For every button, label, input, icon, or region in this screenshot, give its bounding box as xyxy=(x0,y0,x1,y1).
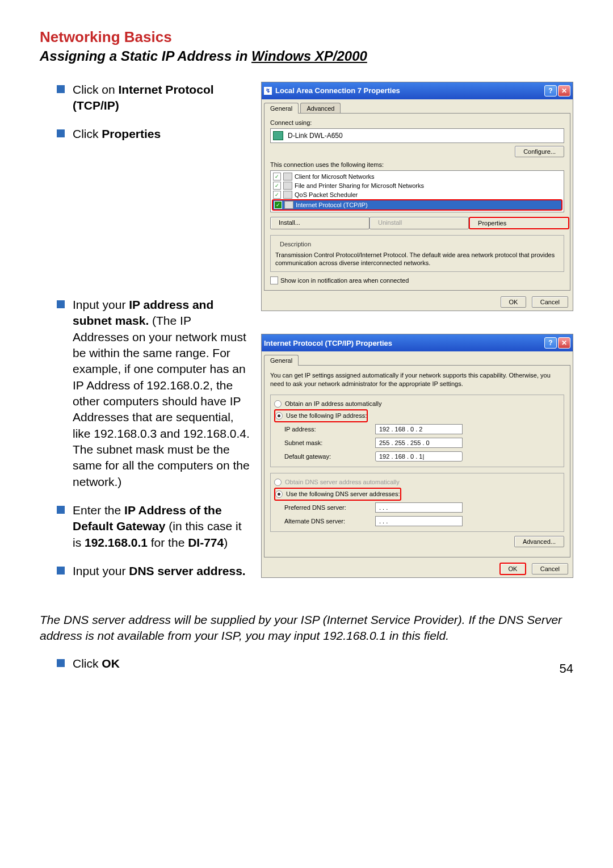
bullet-text: Input your IP address and subnet mask. (… xyxy=(73,297,250,490)
alternate-dns-row: Alternate DNS server: . . . xyxy=(274,514,560,528)
network-icon: ↯ xyxy=(264,87,272,95)
radio-icon[interactable] xyxy=(275,490,283,498)
subnet-mask-row: Subnet mask:255 . 255 . 255 . 0 xyxy=(274,436,560,450)
cancel-button[interactable]: Cancel xyxy=(532,563,568,575)
tab-advanced[interactable]: Advanced xyxy=(300,103,341,114)
bullet-text: Input your DNS server address. xyxy=(73,563,246,579)
cancel-button[interactable]: Cancel xyxy=(532,296,568,308)
alternate-dns-input[interactable]: . . . xyxy=(375,516,463,526)
help-button[interactable]: ? xyxy=(544,85,557,97)
radio-obtain-ip[interactable]: Obtain an IP address automatically xyxy=(274,399,560,409)
dialog-buttons: OK Cancel xyxy=(262,560,573,577)
page-subtitle: Assigning a Static IP Address in Windows… xyxy=(40,48,573,65)
uninstall-button: Uninstall xyxy=(370,217,469,229)
page-number: 54 xyxy=(560,661,573,676)
tab-general[interactable]: General xyxy=(264,103,299,114)
main-layout: Click on Internet Protocol (TCP/IP) Clic… xyxy=(40,82,573,601)
advanced-button[interactable]: Advanced... xyxy=(514,536,564,547)
subnet-mask-input[interactable]: 255 . 255 . 255 . 0 xyxy=(375,438,463,448)
tab-panel: Connect using: D-Link DWL-A650 Configure… xyxy=(264,113,570,291)
nic-icon xyxy=(273,131,283,140)
radio-obtain-dns: Obtain DNS server address automatically xyxy=(274,477,560,488)
tab-general[interactable]: General xyxy=(264,355,299,366)
gateway-input[interactable]: 192 . 168 . 0 . 1| xyxy=(375,451,463,462)
radio-use-dns[interactable]: Use the following DNS server addresses: xyxy=(274,488,401,501)
description-legend: Description xyxy=(278,241,313,248)
properties-button[interactable]: Properties xyxy=(469,217,569,229)
ok-button[interactable]: OK xyxy=(499,563,527,575)
bullet-item: Input your IP address and subnet mask. (… xyxy=(57,297,250,490)
connection-properties-dialog: ↯ Local Area Connection 7 Properties ? ✕… xyxy=(261,82,573,312)
service-icon xyxy=(283,182,292,190)
ok-button[interactable]: OK xyxy=(501,296,527,308)
titlebar[interactable]: ↯ Local Area Connection 7 Properties ? ✕ xyxy=(262,82,573,99)
show-icon-row[interactable]: Show icon in notification area when conn… xyxy=(270,276,564,284)
intro-text: You can get IP settings assigned automat… xyxy=(270,371,564,388)
items-list[interactable]: ✓Client for Microsoft Networks ✓File and… xyxy=(270,170,564,212)
dialog-title: Internet Protocol (TCP/IP) Properties xyxy=(264,339,543,347)
gateway-row: Default gateway:192 . 168 . 0 . 1| xyxy=(274,450,560,463)
radio-icon xyxy=(274,479,282,486)
dialog-buttons: OK Cancel xyxy=(262,293,573,311)
adapter-box: D-Link DWL-A650 xyxy=(270,128,564,143)
left-column: Click on Internet Protocol (TCP/IP) Clic… xyxy=(40,82,250,601)
list-item[interactable]: ✓File and Printer Sharing for Microsoft … xyxy=(272,181,562,190)
right-column: ↯ Local Area Connection 7 Properties ? ✕… xyxy=(261,82,573,601)
radio-use-ip[interactable]: Use the following IP address: xyxy=(274,409,368,422)
checkbox-icon[interactable]: ✓ xyxy=(273,173,281,181)
items-label: This connection uses the following items… xyxy=(270,161,564,168)
tcpip-properties-dialog: Internet Protocol (TCP/IP) Properties ? … xyxy=(261,334,573,578)
tab-strip: General xyxy=(262,351,573,366)
list-item-tcpip[interactable]: ✓Internet Protocol (TCP/IP) xyxy=(272,199,562,211)
help-button[interactable]: ? xyxy=(544,337,557,349)
bullet-item: Click on Internet Protocol (TCP/IP) xyxy=(57,82,250,114)
description-group: Description Transmission Control Protoco… xyxy=(270,235,564,272)
bullet-text: Click on Internet Protocol (TCP/IP) xyxy=(73,82,250,114)
list-item[interactable]: ✓Client for Microsoft Networks xyxy=(272,172,562,181)
ip-address-row: IP address:192 . 168 . 0 . 2 xyxy=(274,422,560,436)
dialog-title: Local Area Connection 7 Properties xyxy=(275,86,543,95)
footer-note: The DNS server address will be supplied … xyxy=(40,612,573,644)
configure-button[interactable]: Configure... xyxy=(515,146,564,157)
bullet-item: Enter the IP Address of the Default Gate… xyxy=(57,502,250,551)
bullet-icon xyxy=(57,300,65,308)
preferred-dns-input[interactable]: . . . xyxy=(375,502,463,513)
bullet-icon xyxy=(57,506,65,514)
page-title: Networking Basics xyxy=(40,28,573,46)
button-row: Install... Uninstall Properties xyxy=(270,217,564,229)
bullet-item: Click OK xyxy=(57,656,560,672)
dns-group: Obtain DNS server address automatically … xyxy=(270,473,564,532)
ip-group: Obtain an IP address automatically Use t… xyxy=(270,395,564,467)
bullet-icon xyxy=(57,129,65,137)
checkbox-icon[interactable] xyxy=(270,276,278,284)
protocol-icon xyxy=(284,201,293,209)
checkbox-icon[interactable]: ✓ xyxy=(274,201,282,209)
bullet-icon xyxy=(57,567,65,575)
service-icon xyxy=(283,191,292,199)
radio-icon[interactable] xyxy=(275,412,283,420)
tab-strip: General Advanced xyxy=(262,99,573,114)
connect-using-label: Connect using: xyxy=(270,119,564,126)
tab-panel: You can get IP settings assigned automat… xyxy=(264,365,570,557)
checkbox-icon[interactable]: ✓ xyxy=(273,182,281,190)
titlebar[interactable]: Internet Protocol (TCP/IP) Properties ? … xyxy=(262,334,573,351)
adapter-name: D-Link DWL-A650 xyxy=(288,132,343,140)
radio-icon[interactable] xyxy=(274,400,282,408)
bullet-text: Click Properties xyxy=(73,126,161,142)
preferred-dns-row: Preferred DNS server: . . . xyxy=(274,501,560,514)
close-button[interactable]: ✕ xyxy=(558,85,570,97)
bullet-item: Click Properties xyxy=(57,126,250,142)
ip-address-input[interactable]: 192 . 168 . 0 . 2 xyxy=(375,424,463,434)
client-icon xyxy=(283,173,292,181)
bullet-text: Click OK xyxy=(73,656,120,672)
bullet-icon xyxy=(57,85,65,93)
description-text: Transmission Control Protocol/Internet P… xyxy=(275,251,559,267)
bullet-text: Enter the IP Address of the Default Gate… xyxy=(73,502,250,551)
close-button[interactable]: ✕ xyxy=(558,337,570,349)
install-button[interactable]: Install... xyxy=(270,217,370,229)
bullet-item: Input your DNS server address. xyxy=(57,563,250,579)
checkbox-icon[interactable]: ✓ xyxy=(273,191,281,199)
list-item[interactable]: ✓QoS Packet Scheduler xyxy=(272,190,562,199)
bullet-icon xyxy=(57,659,65,667)
